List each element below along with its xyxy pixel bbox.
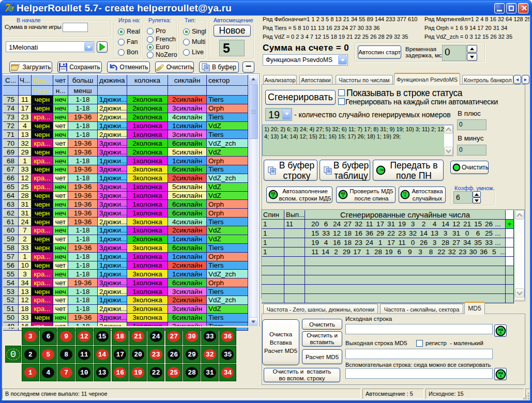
svg-text:5: 5 (342, 194, 344, 197)
svg-text:5: 5 (272, 194, 274, 197)
svg-text:→ПН: →ПН (377, 168, 384, 172)
svg-text:Ч: Ч (404, 194, 406, 197)
